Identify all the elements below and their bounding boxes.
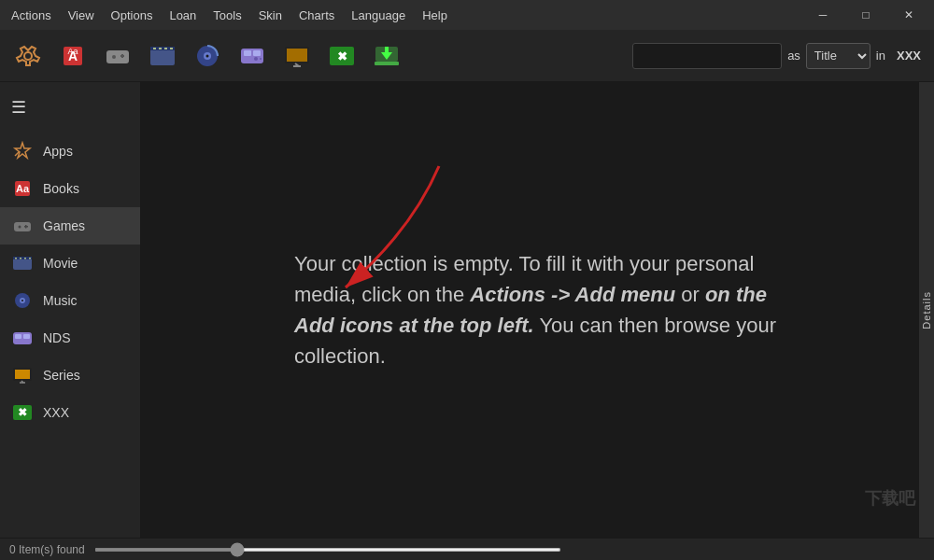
in-label: in bbox=[876, 49, 885, 63]
menu-help[interactable]: Help bbox=[415, 5, 455, 26]
books-add-toolbar-icon[interactable]: A Aa bbox=[52, 35, 93, 77]
series-add-toolbar-icon[interactable] bbox=[276, 35, 318, 77]
menu-language[interactable]: Language bbox=[344, 5, 413, 26]
toolbar: A Aa bbox=[0, 30, 934, 82]
svg-rect-45 bbox=[29, 258, 31, 259]
sidebar-item-music-label: Music bbox=[43, 293, 78, 308]
sidebar-item-movie[interactable]: Movie bbox=[0, 245, 140, 282]
close-button[interactable]: ✕ bbox=[887, 0, 930, 30]
music-icon bbox=[11, 289, 34, 312]
series-icon bbox=[11, 364, 34, 386]
svg-rect-50 bbox=[15, 334, 21, 339]
apps-icon bbox=[11, 140, 34, 162]
settings-icon[interactable] bbox=[7, 35, 49, 77]
svg-point-5 bbox=[112, 55, 116, 59]
menu-tools[interactable]: Tools bbox=[205, 5, 248, 26]
empty-msg-part2: or bbox=[675, 283, 705, 306]
svg-rect-12 bbox=[164, 48, 167, 49]
statusbar: 0 Item(s) found bbox=[0, 538, 934, 560]
svg-rect-39 bbox=[25, 225, 27, 229]
sidebar: ☰ Apps Aa Books bbox=[0, 82, 140, 538]
svg-point-37 bbox=[19, 226, 21, 229]
svg-rect-10 bbox=[153, 48, 156, 49]
svg-rect-19 bbox=[253, 50, 261, 56]
svg-text:Aa: Aa bbox=[67, 47, 78, 56]
nds-add-toolbar-icon[interactable] bbox=[232, 35, 273, 77]
minimize-button[interactable]: ─ bbox=[801, 0, 844, 30]
svg-rect-29 bbox=[375, 62, 399, 65]
games-add-toolbar-icon[interactable] bbox=[97, 35, 138, 77]
sidebar-item-series[interactable]: Series bbox=[0, 357, 140, 394]
sidebar-item-nds-label: NDS bbox=[43, 330, 71, 345]
download-toolbar-icon[interactable] bbox=[366, 35, 407, 77]
search-filter-select[interactable]: Title Author Genre bbox=[806, 43, 870, 69]
sidebar-item-movie-label: Movie bbox=[43, 256, 78, 271]
sidebar-item-apps-label: Apps bbox=[43, 144, 73, 159]
svg-rect-4 bbox=[106, 50, 129, 63]
details-label: Details bbox=[921, 291, 932, 329]
sidebar-item-books-label: Books bbox=[43, 181, 79, 196]
window-controls: ─ □ ✕ bbox=[801, 0, 930, 30]
svg-text:Aa: Aa bbox=[16, 183, 30, 194]
menu-actions[interactable]: Actions bbox=[4, 5, 59, 26]
status-text: 0 Item(s) found bbox=[9, 543, 85, 556]
svg-point-48 bbox=[21, 300, 23, 301]
sidebar-item-nds[interactable]: NDS bbox=[0, 319, 140, 357]
xxx-icon: ✖ bbox=[11, 401, 34, 424]
menu-view[interactable]: View bbox=[61, 5, 102, 26]
svg-rect-53 bbox=[15, 370, 30, 379]
sidebar-item-apps[interactable]: Apps bbox=[0, 133, 140, 170]
menubar: Actions View Options Loan Tools Skin Cha… bbox=[0, 0, 934, 30]
watermark: 下载吧 bbox=[865, 487, 915, 510]
menu-loan[interactable]: Loan bbox=[162, 5, 204, 26]
svg-rect-44 bbox=[24, 258, 26, 259]
svg-point-16 bbox=[206, 54, 209, 57]
sidebar-item-books[interactable]: Aa Books bbox=[0, 170, 140, 207]
svg-rect-18 bbox=[244, 50, 251, 56]
svg-point-0 bbox=[24, 52, 32, 60]
svg-rect-24 bbox=[287, 49, 307, 62]
sidebar-item-series-label: Series bbox=[43, 368, 80, 383]
svg-rect-36 bbox=[14, 222, 31, 231]
nds-icon bbox=[11, 327, 34, 349]
svg-rect-51 bbox=[23, 334, 30, 339]
hamburger-menu[interactable]: ☰ bbox=[0, 90, 140, 125]
sidebar-item-games-label: Games bbox=[43, 218, 85, 233]
menu-skin[interactable]: Skin bbox=[251, 5, 290, 26]
svg-rect-32 bbox=[385, 47, 389, 55]
sidebar-item-games[interactable]: Games bbox=[0, 207, 140, 245]
svg-rect-7 bbox=[121, 54, 123, 58]
search-input[interactable] bbox=[632, 43, 782, 69]
maximize-button[interactable]: □ bbox=[844, 0, 887, 30]
movie-add-toolbar-icon[interactable] bbox=[142, 35, 183, 77]
zoom-slider[interactable] bbox=[94, 548, 561, 552]
music-add-toolbar-icon[interactable] bbox=[187, 35, 228, 77]
menu-charts[interactable]: Charts bbox=[291, 5, 342, 26]
svg-rect-13 bbox=[170, 48, 173, 49]
content-area: Your collection is empty. To fill it wit… bbox=[140, 82, 934, 538]
as-label: as bbox=[787, 49, 800, 63]
details-panel[interactable]: Details bbox=[919, 82, 934, 538]
empty-collection-message: Your collection is empty. To fill it wit… bbox=[257, 211, 817, 409]
svg-point-21 bbox=[260, 58, 262, 60]
menu-options[interactable]: Options bbox=[104, 5, 161, 26]
empty-msg-bold1: Actions -> Add menu bbox=[470, 283, 675, 306]
svg-rect-43 bbox=[20, 258, 21, 259]
svg-text:✖: ✖ bbox=[18, 406, 27, 419]
sidebar-item-xxx-label: XXX bbox=[43, 405, 69, 420]
svg-rect-42 bbox=[15, 258, 17, 259]
svg-text:✖: ✖ bbox=[337, 49, 347, 63]
svg-rect-11 bbox=[159, 48, 162, 49]
books-icon: Aa bbox=[11, 177, 34, 200]
games-icon bbox=[11, 215, 34, 237]
svg-point-20 bbox=[254, 57, 258, 61]
main-area: ☰ Apps Aa Books bbox=[0, 82, 934, 538]
sidebar-item-xxx[interactable]: ✖ XXX bbox=[0, 394, 140, 431]
in-value: XXX bbox=[891, 49, 927, 63]
xxx-add-toolbar-icon[interactable]: ✖ bbox=[321, 35, 362, 77]
search-area: as Title Author Genre in XXX bbox=[632, 43, 927, 69]
movie-icon bbox=[11, 252, 34, 274]
sidebar-item-music[interactable]: Music bbox=[0, 282, 140, 319]
